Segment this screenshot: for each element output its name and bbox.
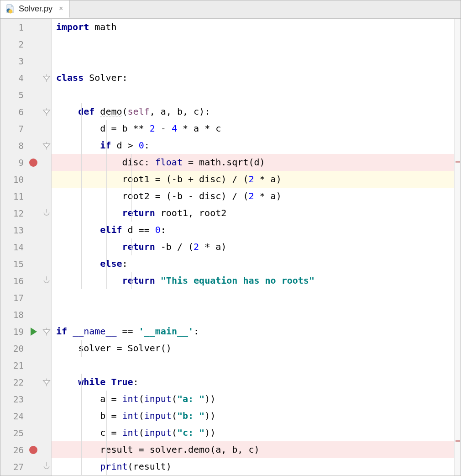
gutter-row[interactable]: 23 [0, 391, 51, 407]
gutter-marker-slot[interactable] [25, 19, 42, 36]
gutter-row[interactable]: 1 [0, 19, 51, 36]
run-gutter-icon[interactable] [31, 328, 37, 336]
gutter-marker-slot[interactable] [25, 103, 42, 120]
fold-slot[interactable] [42, 238, 51, 255]
gutter-row[interactable]: 8 [0, 137, 51, 154]
code-line[interactable]: result = solver.demo(a, b, c) [52, 441, 454, 458]
gutter-marker-slot[interactable] [25, 36, 42, 53]
code-line[interactable]: root1 = (-b + disc) / (2 * a) [52, 171, 454, 188]
gutter-row[interactable]: 19 [0, 323, 51, 340]
code-line[interactable] [52, 53, 454, 69]
gutter-marker-slot[interactable] [25, 357, 42, 374]
fold-slot[interactable] [42, 357, 51, 374]
fold-end-icon[interactable] [42, 205, 51, 222]
gutter-marker-slot[interactable] [25, 407, 42, 424]
fold-slot[interactable] [42, 188, 51, 205]
code-line[interactable]: if __name__ == '__main__': [52, 323, 454, 340]
gutter-marker-slot[interactable] [25, 289, 42, 306]
code-line[interactable]: elif d == 0: [52, 222, 454, 238]
fold-toggle-icon[interactable] [42, 103, 51, 120]
code-line[interactable]: class Solver: [52, 69, 454, 86]
fold-slot[interactable] [42, 120, 51, 137]
gutter-marker-slot[interactable] [25, 255, 42, 272]
fold-slot[interactable] [42, 154, 51, 171]
gutter-row[interactable]: 27 [0, 458, 51, 475]
gutter-row[interactable]: 12 [0, 205, 51, 222]
fold-slot[interactable] [42, 407, 51, 424]
fold-slot[interactable] [42, 306, 51, 323]
breakpoint-icon[interactable] [29, 159, 37, 167]
gutter-marker-slot[interactable] [25, 272, 42, 289]
gutter-marker-slot[interactable] [25, 205, 42, 222]
code-line[interactable]: def demo(self, a, b, c): [52, 103, 454, 120]
fold-slot[interactable] [42, 391, 51, 407]
gutter-marker-slot[interactable] [25, 86, 42, 103]
code-line[interactable]: import math [52, 19, 454, 36]
breakpoint-icon[interactable] [29, 446, 37, 454]
gutter-marker-slot[interactable] [25, 69, 42, 86]
fold-slot[interactable] [42, 19, 51, 36]
code-line[interactable] [52, 289, 454, 306]
marker-strip[interactable] [454, 19, 461, 476]
fold-slot[interactable] [42, 255, 51, 272]
code-line[interactable] [52, 306, 454, 323]
fold-slot[interactable] [42, 441, 51, 458]
fold-slot[interactable] [42, 86, 51, 103]
fold-toggle-icon[interactable] [42, 323, 51, 340]
code-line[interactable]: disc: float = math.sqrt(d) [52, 154, 454, 171]
gutter-row[interactable]: 5 [0, 86, 51, 103]
code-line[interactable]: solver = Solver() [52, 340, 454, 357]
gutter[interactable]: 1234567891011121314151617181920212223242… [0, 19, 52, 476]
fold-slot[interactable] [42, 53, 51, 69]
fold-slot[interactable] [42, 171, 51, 188]
strip-mark[interactable] [456, 161, 460, 163]
fold-end-icon[interactable] [42, 458, 51, 475]
strip-mark[interactable] [456, 440, 460, 442]
gutter-marker-slot[interactable] [25, 458, 42, 475]
code-line[interactable]: else: [52, 255, 454, 272]
code-line[interactable]: b = int(input("b: ")) [52, 407, 454, 424]
gutter-row[interactable]: 7 [0, 120, 51, 137]
fold-end-icon[interactable] [42, 272, 51, 289]
gutter-row[interactable]: 25 [0, 424, 51, 441]
gutter-row[interactable]: 18 [0, 306, 51, 323]
gutter-row[interactable]: 14 [0, 238, 51, 255]
fold-slot[interactable] [42, 340, 51, 357]
code-line[interactable]: a = int(input("a: ")) [52, 391, 454, 407]
gutter-marker-slot[interactable] [25, 120, 42, 137]
gutter-row[interactable]: 13 [0, 222, 51, 238]
gutter-marker-slot[interactable] [25, 391, 42, 407]
gutter-row[interactable]: 26 [0, 441, 51, 458]
code-line[interactable]: root2 = (-b - disc) / (2 * a) [52, 188, 454, 205]
close-tab-icon[interactable]: × [58, 5, 64, 12]
gutter-row[interactable]: 9 [0, 154, 51, 171]
fold-slot[interactable] [42, 424, 51, 441]
code-line[interactable]: return root1, root2 [52, 205, 454, 222]
gutter-row[interactable]: 3 [0, 53, 51, 69]
gutter-marker-slot[interactable] [25, 154, 42, 171]
gutter-row[interactable]: 10 [0, 171, 51, 188]
fold-slot[interactable] [42, 222, 51, 238]
fold-toggle-icon[interactable] [42, 374, 51, 391]
gutter-row[interactable]: 11 [0, 188, 51, 205]
code-line[interactable] [52, 86, 454, 103]
code-line[interactable]: return "This equation has no roots" [52, 272, 454, 289]
gutter-marker-slot[interactable] [25, 441, 42, 458]
code-line[interactable] [52, 357, 454, 374]
code-line[interactable]: while True: [52, 374, 454, 391]
gutter-row[interactable]: 6 [0, 103, 51, 120]
gutter-marker-slot[interactable] [25, 424, 42, 441]
code-line[interactable] [52, 36, 454, 53]
code-line[interactable]: c = int(input("c: ")) [52, 424, 454, 441]
code-editor[interactable]: 1234567891011121314151617181920212223242… [0, 19, 461, 476]
fold-slot[interactable] [42, 36, 51, 53]
gutter-row[interactable]: 2 [0, 36, 51, 53]
fold-toggle-icon[interactable] [42, 137, 51, 154]
gutter-row[interactable]: 20 [0, 340, 51, 357]
gutter-marker-slot[interactable] [25, 222, 42, 238]
code-line[interactable]: if d > 0: [52, 137, 454, 154]
gutter-marker-slot[interactable] [25, 188, 42, 205]
gutter-marker-slot[interactable] [25, 238, 42, 255]
code-line[interactable]: print(result) [52, 458, 454, 475]
gutter-marker-slot[interactable] [25, 306, 42, 323]
